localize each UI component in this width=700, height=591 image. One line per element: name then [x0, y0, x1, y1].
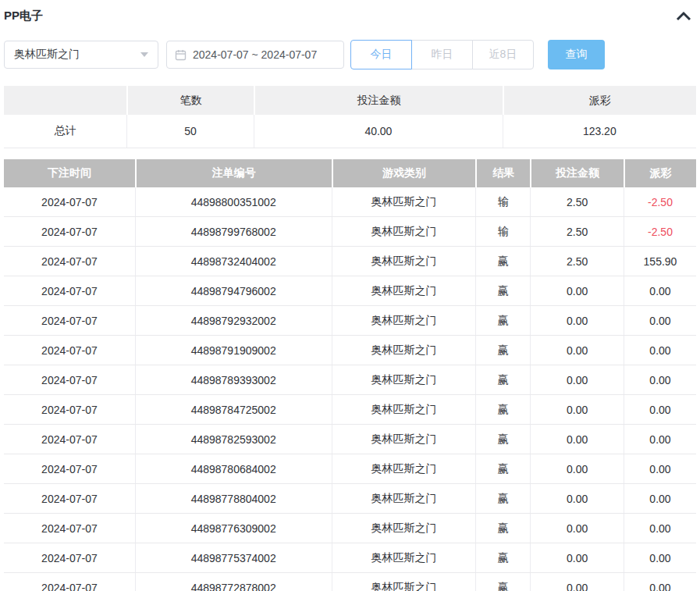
cell-bet-time: 2024-07-07 — [4, 425, 135, 454]
cell-result: 赢 — [475, 514, 530, 543]
cell-bet-time: 2024-07-07 — [4, 306, 135, 335]
cell-game-category: 奥林匹斯之门 — [332, 336, 476, 365]
cell-bet-amount: 0.00 — [530, 276, 624, 305]
cell-bet-id: 44898792932002 — [135, 306, 332, 335]
summary-total-payout: 123.20 — [503, 115, 696, 148]
cell-payout: 0.00 — [624, 484, 696, 513]
table-header-row: 下注时间 注单编号 游戏类别 结果 投注金额 派彩 — [4, 159, 696, 187]
cell-bet-time: 2024-07-07 — [4, 217, 135, 246]
col-bet-amount: 投注金额 — [530, 159, 624, 187]
summary-table: 笔数 投注金额 派彩 总计 50 40.00 123.20 — [4, 86, 696, 148]
cell-bet-amount: 0.00 — [530, 306, 624, 335]
cell-result: 赢 — [475, 425, 530, 454]
cell-result: 赢 — [475, 573, 530, 591]
cell-payout: 0.00 — [624, 276, 696, 305]
table-row: 2024-07-07 44898778804002 奥林匹斯之门 赢 0.00 … — [4, 484, 696, 514]
chevron-up-icon — [676, 11, 691, 22]
cell-game-category: 奥林匹斯之门 — [332, 543, 476, 572]
table-row: 2024-07-07 44898794796002 奥林匹斯之门 赢 0.00 … — [4, 276, 696, 306]
cell-bet-time: 2024-07-07 — [4, 395, 135, 424]
query-button[interactable]: 查询 — [548, 40, 605, 69]
cell-bet-time: 2024-07-07 — [4, 336, 135, 365]
cell-game-category: 奥林匹斯之门 — [332, 425, 476, 454]
cell-bet-amount: 0.00 — [530, 365, 624, 394]
cell-bet-time: 2024-07-07 — [4, 484, 135, 513]
cell-result: 赢 — [475, 395, 530, 424]
cell-game-category: 奥林匹斯之门 — [332, 454, 476, 483]
yesterday-button[interactable]: 昨日 — [411, 40, 473, 69]
bet-records-table: 下注时间 注单编号 游戏类别 结果 投注金额 派彩 2024-07-07 448… — [4, 159, 696, 591]
summary-header-bet-amount: 投注金额 — [254, 86, 502, 115]
last-8-days-button[interactable]: 近8日 — [472, 40, 534, 69]
cell-game-category: 奥林匹斯之门 — [332, 395, 476, 424]
summary-total-count: 50 — [126, 115, 254, 148]
cell-bet-amount: 0.00 — [530, 454, 624, 483]
cell-result: 赢 — [475, 454, 530, 483]
cell-payout: -2.50 — [624, 217, 696, 246]
table-row: 2024-07-07 44898792932002 奥林匹斯之门 赢 0.00 … — [4, 306, 696, 336]
summary-header-payout: 派彩 — [503, 86, 696, 115]
cell-game-category: 奥林匹斯之门 — [332, 365, 476, 394]
col-game-category: 游戏类别 — [332, 159, 476, 187]
page-title: PP电子 — [4, 9, 43, 23]
cell-result: 赢 — [475, 543, 530, 572]
quick-date-button-group: 今日 昨日 近8日 — [350, 40, 534, 69]
cell-payout: 0.00 — [624, 454, 696, 483]
cell-game-category: 奥林匹斯之门 — [332, 306, 476, 335]
cell-bet-id: 44898775374002 — [135, 543, 332, 572]
table-row: 2024-07-07 44898800351002 奥林匹斯之门 输 2.50 … — [4, 187, 696, 217]
cell-bet-time: 2024-07-07 — [4, 187, 135, 216]
cell-payout: 0.00 — [624, 573, 696, 591]
cell-game-category: 奥林匹斯之门 — [332, 276, 476, 305]
table-row: 2024-07-07 44898776309002 奥林匹斯之门 赢 0.00 … — [4, 514, 696, 543]
summary-header-row: 笔数 投注金额 派彩 — [4, 86, 696, 115]
cell-bet-amount: 0.00 — [530, 336, 624, 365]
cell-result: 赢 — [475, 247, 530, 276]
col-bet-time: 下注时间 — [4, 159, 135, 187]
game-select-value: 奥林匹斯之门 — [14, 48, 80, 62]
cell-bet-id: 44898782593002 — [135, 425, 332, 454]
cell-bet-amount: 0.00 — [530, 425, 624, 454]
today-button[interactable]: 今日 — [350, 40, 412, 69]
cell-result: 输 — [475, 217, 530, 246]
cell-bet-amount: 0.00 — [530, 484, 624, 513]
collapse-button[interactable] — [676, 11, 691, 22]
cell-bet-id: 44898772878002 — [135, 573, 332, 591]
cell-bet-amount: 0.00 — [530, 573, 624, 591]
cell-payout: 0.00 — [624, 365, 696, 394]
table-row: 2024-07-07 44898782593002 奥林匹斯之门 赢 0.00 … — [4, 425, 696, 454]
cell-bet-time: 2024-07-07 — [4, 454, 135, 483]
cell-bet-time: 2024-07-07 — [4, 247, 135, 276]
cell-bet-amount: 0.00 — [530, 514, 624, 543]
cell-bet-id: 44898789393002 — [135, 365, 332, 394]
cell-bet-id: 44898800351002 — [135, 187, 332, 216]
filter-bar: 奥林匹斯之门 2024-07-07 ~ 2024-07-07 今日 昨日 近8日… — [4, 40, 696, 69]
summary-total-label: 总计 — [4, 115, 126, 148]
table-row: 2024-07-07 44898732404002 奥林匹斯之门 赢 2.50 … — [4, 247, 696, 276]
cell-game-category: 奥林匹斯之门 — [332, 573, 476, 591]
game-select[interactable]: 奥林匹斯之门 — [4, 41, 158, 69]
cell-payout: 0.00 — [624, 543, 696, 572]
cell-bet-time: 2024-07-07 — [4, 365, 135, 394]
cell-game-category: 奥林匹斯之门 — [332, 247, 476, 276]
table-row: 2024-07-07 44898799768002 奥林匹斯之门 输 2.50 … — [4, 217, 696, 247]
cell-payout: 0.00 — [624, 336, 696, 365]
cell-bet-id: 44898778804002 — [135, 484, 332, 513]
cell-payout: 155.90 — [624, 247, 696, 276]
table-row: 2024-07-07 44898772878002 奥林匹斯之门 赢 0.00 … — [4, 573, 696, 591]
cell-game-category: 奥林匹斯之门 — [332, 217, 476, 246]
cell-payout: 0.00 — [624, 514, 696, 543]
cell-bet-id: 44898784725002 — [135, 395, 332, 424]
cell-bet-time: 2024-07-07 — [4, 543, 135, 572]
cell-bet-time: 2024-07-07 — [4, 276, 135, 305]
summary-total-row: 总计 50 40.00 123.20 — [4, 115, 696, 148]
cell-bet-amount: 2.50 — [530, 247, 624, 276]
date-range-input[interactable]: 2024-07-07 ~ 2024-07-07 — [166, 41, 344, 69]
cell-result: 赢 — [475, 365, 530, 394]
pp-electronic-panel: PP电子 奥林匹斯之门 2024-07-07 ~ 2024-07-07 今日 昨… — [0, 0, 700, 591]
cell-bet-id: 44898794796002 — [135, 276, 332, 305]
table-row: 2024-07-07 44898791909002 奥林匹斯之门 赢 0.00 … — [4, 336, 696, 365]
cell-payout: -2.50 — [624, 187, 696, 216]
cell-result: 赢 — [475, 306, 530, 335]
table-body: 2024-07-07 44898800351002 奥林匹斯之门 输 2.50 … — [4, 187, 696, 591]
